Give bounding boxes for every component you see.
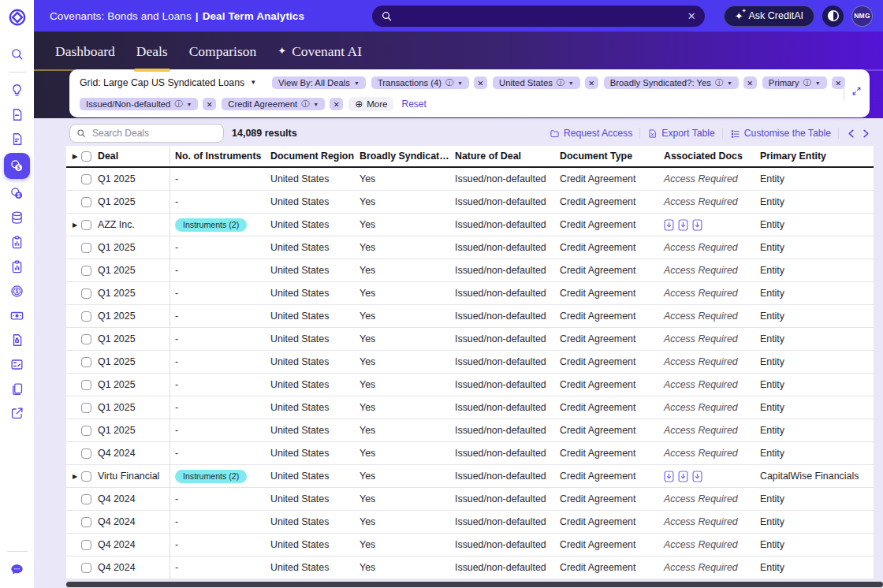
row-checkbox[interactable]	[81, 266, 91, 276]
row-checkbox[interactable]	[81, 471, 91, 482]
select-all-checkbox[interactable]	[81, 151, 91, 162]
coin-dollar-icon[interactable]: $	[6, 279, 29, 303]
external-link-icon[interactable]	[6, 401, 29, 425]
instruments-badge[interactable]: Instruments (2)	[175, 470, 247, 483]
user-avatar[interactable]: NMG	[851, 6, 873, 27]
theme-toggle-icon[interactable]	[822, 6, 844, 27]
pdf-document-icon[interactable]	[664, 219, 674, 231]
notebook-icon[interactable]	[6, 377, 29, 400]
request-access-button[interactable]: Request Access	[550, 128, 632, 139]
broadly-syndicated-cell: Yes	[355, 562, 450, 573]
global-search-bar[interactable]: ✕	[372, 6, 705, 27]
access-required-label: Access Required	[664, 265, 738, 276]
tab-deals[interactable]: Deals	[136, 43, 168, 69]
page-prev-icon[interactable]	[848, 129, 855, 138]
row-checkbox[interactable]	[81, 380, 91, 390]
associated-docs-cell: Access Required	[659, 448, 755, 459]
tab-dashboard[interactable]: Dashboard	[55, 43, 115, 69]
info-icon[interactable]: ⓘ	[445, 77, 453, 88]
pdf-document-icon[interactable]	[692, 471, 702, 482]
filter-chip[interactable]: Issued/Non-defaultedⓘ▼	[80, 98, 198, 110]
expand-filters-icon[interactable]	[851, 86, 862, 96]
report-chart-icon[interactable]	[6, 230, 29, 254]
filter-chip[interactable]: Transactions (4)ⓘ▼	[371, 76, 469, 89]
deal-name[interactable]: Virtu Financial	[98, 471, 159, 482]
ask-creditai-button[interactable]: ✦✦ Ask CreditAI	[724, 6, 814, 27]
filter-chip[interactable]: United Statesⓘ▼	[493, 76, 580, 89]
page-next-icon[interactable]	[863, 129, 870, 138]
grid-selector[interactable]: Grid: Large Cap US Syndicated Loans▼	[80, 77, 261, 88]
remove-filter-icon[interactable]: ✕	[330, 98, 343, 110]
reset-filters-button[interactable]: Reset	[401, 99, 426, 110]
document-type-cell: Credit Agreement	[555, 493, 659, 504]
pdf-document-icon[interactable]	[678, 219, 688, 231]
row-checkbox[interactable]	[81, 311, 91, 322]
primary-entity-cell: Entity	[755, 539, 874, 550]
filter-chip[interactable]: Credit Agreementⓘ▼	[222, 98, 325, 110]
info-icon[interactable]: ⓘ	[301, 99, 309, 110]
row-checkbox[interactable]	[81, 563, 91, 573]
deal-coins-icon[interactable]: $	[4, 153, 30, 179]
lightbulb-icon[interactable]	[6, 78, 29, 102]
row-checkbox[interactable]	[81, 517, 91, 527]
deal-name[interactable]: AZZ Inc.	[98, 219, 135, 230]
banknote-icon[interactable]	[6, 303, 29, 327]
remove-filter-icon[interactable]: ✕	[585, 76, 598, 89]
pdf-document-icon[interactable]	[678, 471, 688, 482]
row-checkbox[interactable]	[81, 174, 91, 184]
row-checkbox[interactable]	[81, 494, 91, 504]
tab-label: Dashboard	[55, 43, 115, 60]
associated-docs-cell: Access Required	[659, 379, 755, 390]
row-checkbox[interactable]	[81, 357, 91, 367]
more-filters-button[interactable]: ⊕ More	[348, 97, 393, 111]
instruments-cell: -	[170, 562, 266, 573]
pdf-document-icon[interactable]	[664, 471, 674, 482]
filter-chip[interactable]: Broadly Syndicated?: Yesⓘ▼	[604, 76, 739, 89]
database-icon[interactable]	[6, 206, 29, 229]
search-icon[interactable]	[6, 42, 29, 65]
deal-search-input[interactable]	[91, 127, 204, 140]
table-row: ▶Q4 2024-United StatesYesIssued/non-defa…	[66, 442, 874, 465]
report-chart-alt-icon[interactable]	[6, 255, 29, 278]
horizontal-scrollbar[interactable]	[66, 582, 883, 587]
row-checkbox[interactable]	[81, 334, 91, 344]
pdf-document-icon[interactable]	[692, 219, 702, 231]
clear-search-icon[interactable]: ✕	[687, 11, 696, 21]
chat-icon[interactable]	[6, 557, 29, 581]
deal-search-field[interactable]	[69, 124, 224, 143]
region-cell: United States	[266, 356, 355, 367]
filter-chip[interactable]: View By: All Deals▼	[272, 76, 366, 89]
row-checkbox[interactable]	[81, 288, 91, 299]
row-checkbox[interactable]	[81, 540, 91, 550]
row-checkbox[interactable]	[81, 220, 91, 230]
row-checkbox[interactable]	[81, 243, 91, 253]
info-icon[interactable]: ⓘ	[174, 99, 182, 110]
browser-card-icon[interactable]	[6, 352, 29, 376]
info-icon[interactable]: ⓘ	[715, 77, 723, 88]
filter-chip-label: United States	[499, 78, 553, 87]
deal-name: Q1 2025	[98, 333, 136, 344]
expand-caret-icon[interactable]: ▶	[69, 221, 80, 229]
expand-all-caret-icon[interactable]: ▶	[69, 153, 80, 160]
tab-comparison[interactable]: Comparison	[189, 43, 257, 69]
tab-covenant-ai[interactable]: ✦Covenant AI	[278, 43, 362, 69]
row-checkbox[interactable]	[81, 426, 91, 436]
row-checkbox[interactable]	[81, 403, 91, 413]
info-icon[interactable]: ⓘ	[803, 77, 811, 88]
document-alt-icon[interactable]	[6, 127, 29, 151]
coins-outline-icon[interactable]: $	[6, 181, 29, 205]
row-checkbox[interactable]	[81, 448, 91, 459]
document-lock-icon[interactable]	[6, 328, 29, 352]
filter-chip[interactable]: Primaryⓘ▼	[762, 76, 827, 89]
info-icon[interactable]: ⓘ	[557, 77, 564, 88]
instruments-badge[interactable]: Instruments (2)	[175, 218, 247, 232]
remove-filter-icon[interactable]: ✕	[203, 98, 216, 110]
row-checkbox[interactable]	[81, 197, 91, 207]
expand-caret-icon[interactable]: ▶	[69, 473, 80, 480]
document-icon[interactable]	[6, 102, 29, 126]
remove-filter-icon[interactable]: ✕	[474, 76, 487, 89]
export-table-button[interactable]: Export Table	[647, 128, 715, 139]
customise-the-table-button[interactable]: Customise the Table	[730, 128, 831, 139]
remove-filter-icon[interactable]: ✕	[743, 76, 757, 89]
instruments-cell: -	[170, 402, 266, 413]
